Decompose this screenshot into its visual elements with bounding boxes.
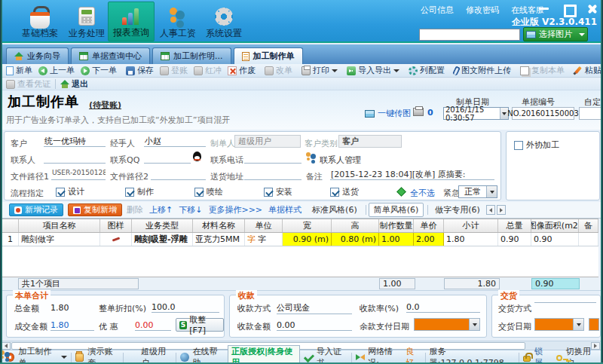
- payment-rate-field[interactable]: 0.0: [406, 302, 480, 313]
- col-width[interactable]: 宽: [283, 219, 332, 232]
- pending-post-link[interactable]: (待登账): [89, 99, 121, 111]
- cell-unit[interactable]: 字字: [245, 233, 283, 246]
- delivery-extra-field[interactable]: [589, 318, 599, 331]
- statusbar-user[interactable]: 超级用户: [141, 346, 172, 364]
- dropdown-button[interactable]: [469, 319, 479, 330]
- cell-item-name[interactable]: 雕刻做字: [19, 233, 100, 246]
- payment-method-field[interactable]: 公司现金: [277, 302, 352, 314]
- lock-screen-button[interactable]: 锁 屏: [534, 346, 552, 364]
- doc-style-link[interactable]: 单据样式: [268, 204, 302, 216]
- image-path-input[interactable]: [419, 29, 520, 41]
- more-actions-link[interactable]: 更多操作>>>: [208, 204, 262, 216]
- discount-field[interactable]: 100.0: [152, 302, 219, 313]
- menu-item-base-archives[interactable]: 基础档案: [17, 2, 63, 41]
- import-cert-link[interactable]: 导入证书: [317, 346, 347, 364]
- close-icon[interactable]: [586, 5, 598, 14]
- save-button[interactable]: 保存: [123, 65, 157, 77]
- cell-note[interactable]: [579, 233, 598, 246]
- scroll-right-button[interactable]: [497, 205, 506, 215]
- rebate-field[interactable]: 0.00: [135, 320, 171, 331]
- col-note[interactable]: 备: [579, 219, 598, 232]
- new-doc-button[interactable]: 新单: [3, 65, 35, 77]
- col-total[interactable]: 总量: [498, 219, 531, 232]
- outsource-checkbox[interactable]: 外协加工: [514, 139, 559, 151]
- menu-item-settings[interactable]: 系统设置: [200, 2, 247, 41]
- style-tab-simple[interactable]: 简单风格(6): [369, 203, 424, 217]
- cell-business-type[interactable]: 雕刻吸塑-浮雕: [132, 233, 193, 246]
- balance-date-picker[interactable]: [414, 318, 480, 331]
- cell-sample[interactable]: [100, 233, 132, 246]
- select-none-link[interactable]: 全不选: [410, 188, 435, 199]
- minimize-icon[interactable]: [538, 5, 550, 14]
- col-height[interactable]: 高: [332, 219, 379, 232]
- flow-check-make[interactable]: 制作: [125, 186, 154, 197]
- qq-field[interactable]: [144, 152, 191, 164]
- statusbar-doc-type[interactable]: 加工制作单: [18, 346, 57, 364]
- urgency-select[interactable]: 正常: [458, 185, 497, 198]
- company-info-link[interactable]: 公司信息: [421, 5, 454, 16]
- menu-item-hr-payroll[interactable]: 人事工资: [155, 2, 201, 41]
- col-qty[interactable]: 制作数量: [379, 219, 414, 232]
- exit-button[interactable]: 退出: [57, 78, 91, 90]
- col-material[interactable]: 材料名称: [193, 219, 245, 232]
- contact-manager-link[interactable]: 联系人管理: [320, 154, 361, 166]
- dropdown-button[interactable]: [573, 319, 583, 330]
- menu-item-business[interactable]: 业务处理: [63, 2, 110, 41]
- attachment-upload-button[interactable]: 图文附件上传: [451, 65, 514, 77]
- col-image-area[interactable]: 图像面积(m2): [531, 219, 579, 232]
- change-password-link[interactable]: 修改密码: [466, 5, 499, 16]
- add-record-button[interactable]: 新增记录: [9, 203, 63, 216]
- select-image-button[interactable]: 选择图片: [523, 27, 588, 41]
- move-up-link[interactable]: 上移↑: [149, 204, 173, 216]
- copy-add-button[interactable]: 复制新增: [68, 203, 122, 216]
- cell-height[interactable]: 0.80 (m): [332, 233, 379, 246]
- round-off-button[interactable]: S 取整[F7]: [176, 318, 224, 332]
- tab-processing-detail[interactable]: 加工制作明...: [152, 47, 231, 64]
- tab-processing-order[interactable]: 加工制作单: [234, 47, 303, 64]
- phone-field[interactable]: [244, 152, 302, 164]
- address-field[interactable]: [244, 169, 302, 180]
- column-config-button[interactable]: 列配置: [406, 65, 448, 77]
- contact-field[interactable]: [44, 152, 106, 164]
- print-count-icon[interactable]: [413, 108, 424, 116]
- flow-check-spray[interactable]: 喷绘: [194, 186, 223, 197]
- col-business-type[interactable]: 业务类型: [132, 219, 193, 232]
- scroll-left-button[interactable]: [486, 205, 495, 215]
- switch-user-button[interactable]: 切换用户: [566, 346, 597, 364]
- col-price[interactable]: 单价: [414, 219, 444, 232]
- table-row[interactable]: 1 雕刻做字 雕刻吸塑-浮雕 亚克力5MM 字字 0.90 (m) 0.80 (…: [2, 233, 598, 246]
- move-down-link[interactable]: 下移↓: [179, 204, 202, 216]
- import-export-button[interactable]: 导入导出: [344, 65, 403, 77]
- dropdown-button[interactable]: [486, 186, 497, 197]
- tab-doc-query-center[interactable]: 单据查询中心: [71, 47, 150, 64]
- remark-field[interactable]: [2015-12-23 18:04][改单] 原摘要:: [330, 169, 494, 180]
- doc-date-picker[interactable]: 2016/1/15 0:30:57: [443, 107, 509, 120]
- void-button[interactable]: 作废: [225, 65, 259, 77]
- customer-field[interactable]: 统一优玛特: [44, 136, 106, 147]
- style-tab-standard[interactable]: 标准风格(6): [308, 203, 362, 216]
- chevron-down-icon[interactable]: [61, 356, 67, 359]
- cell-material[interactable]: 亚克力5MM: [193, 233, 245, 246]
- qq-icon[interactable]: [193, 151, 201, 161]
- col-sample[interactable]: 图样: [100, 219, 132, 232]
- col-unit[interactable]: 单位: [245, 219, 283, 232]
- statusbar-account-set[interactable]: 演示账套: [87, 346, 118, 364]
- handler-field[interactable]: 小赵: [144, 136, 206, 147]
- delivery-method-field[interactable]: [534, 302, 596, 303]
- cell-price[interactable]: 2.00: [414, 233, 444, 246]
- cell-width[interactable]: 0.90 (m): [283, 233, 332, 246]
- cell-qty[interactable]: 1.00: [379, 233, 414, 246]
- next-doc-button[interactable]: 下一单: [78, 65, 120, 77]
- delivery-date-picker[interactable]: [534, 318, 584, 331]
- one-key-upload-link[interactable]: 一键传图: [365, 108, 411, 119]
- paste-screenshot-button[interactable]: 粘贴截图: [571, 65, 603, 77]
- menu-item-reports[interactable]: 报表查询: [108, 2, 155, 41]
- flow-check-design[interactable]: 设计: [56, 186, 84, 197]
- col-item-name[interactable]: 项目名称: [19, 219, 100, 232]
- custom-field[interactable]: [579, 107, 603, 120]
- final-amount-field[interactable]: 1.80: [51, 320, 94, 331]
- filepath2-field[interactable]: [151, 169, 206, 180]
- scrollbar-left-button[interactable]: [2, 342, 11, 350]
- flow-check-install[interactable]: 安装: [264, 186, 292, 197]
- flow-check-deliver[interactable]: 送货: [330, 186, 359, 197]
